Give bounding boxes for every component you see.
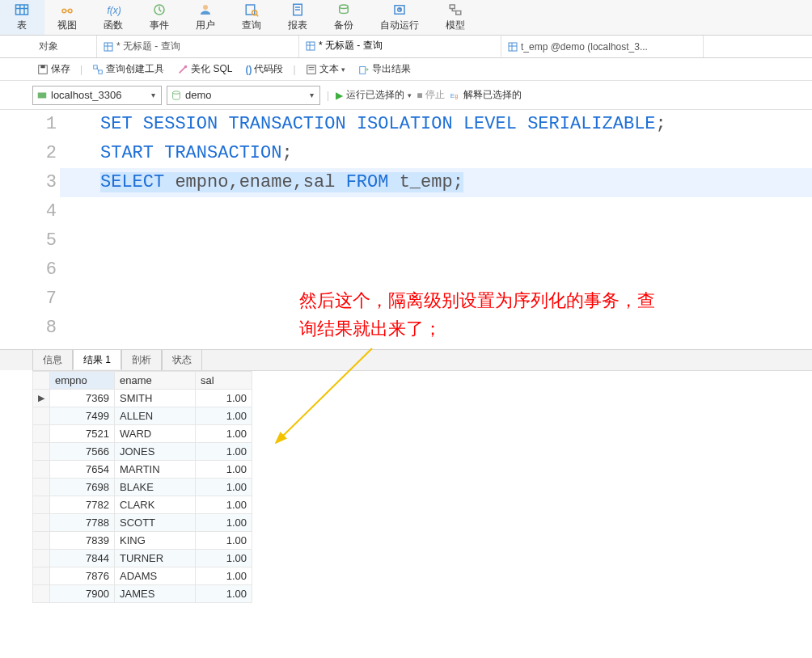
cell-empno[interactable]: 7654 [50, 461, 115, 479]
cell-sal[interactable]: 1.00 [196, 567, 252, 585]
cell-empno[interactable]: 7499 [50, 407, 115, 425]
code-line-5[interactable] [60, 226, 812, 255]
table-row[interactable]: 7698BLAKE1.00 [33, 479, 252, 496]
text-button[interactable]: 文本 ▾ [301, 61, 350, 78]
report-icon [289, 2, 307, 17]
header-row: empno ename sal [33, 372, 252, 390]
cell-sal[interactable]: 1.00 [196, 425, 252, 443]
query-builder-button[interactable]: 查询创建工具 [87, 61, 169, 78]
tab-object[interactable]: 对象 [32, 36, 97, 57]
code-line-1[interactable]: SET SESSION TRANSACTION ISOLATION LEVEL … [60, 110, 812, 139]
toolbar-autorun-button[interactable]: 自动运行 [367, 0, 433, 35]
cell-ename[interactable]: JAMES [115, 585, 196, 603]
table-row[interactable]: ▶7369SMITH1.00 [33, 390, 252, 407]
cell-empno[interactable]: 7698 [50, 479, 115, 496]
table-row[interactable]: 7654MARTIN1.00 [33, 461, 252, 479]
db-combo[interactable]: demo ▾ [167, 86, 320, 105]
toolbar-view-label: 视图 [57, 19, 77, 32]
cell-sal[interactable]: 1.00 [196, 479, 252, 496]
cell-ename[interactable]: SMITH [115, 390, 196, 407]
cell-empno[interactable]: 7839 [50, 532, 115, 550]
cell-sal[interactable]: 1.00 [196, 532, 252, 550]
toolbar-function-button[interactable]: f(x) 函数 [91, 0, 137, 35]
tab-status[interactable]: 状态 [162, 350, 202, 370]
toolbar-report-button[interactable]: 报表 [275, 0, 321, 35]
table-row[interactable]: 7499ALLEN1.00 [33, 407, 252, 425]
kw: TRANSACTION [228, 114, 345, 134]
cell-ename[interactable]: MARTIN [115, 461, 196, 479]
toolbar-view-button[interactable]: 视图 [44, 0, 91, 35]
tab-untitled-1[interactable]: * 无标题 - 查询 [97, 36, 299, 57]
code-line-3[interactable]: SELECT empno,ename,sal FROM t_emp; [60, 168, 812, 197]
table-row[interactable]: 7876ADAMS1.00 [33, 567, 252, 585]
tab-result-1[interactable]: 结果 1 [73, 349, 121, 369]
sql-editor[interactable]: 1 2 3 4 5 6 7 8 SET SESSION TRANSACTION … [0, 110, 812, 343]
svg-rect-19 [456, 11, 461, 15]
dropdown-arrow-icon: ▾ [341, 65, 345, 74]
col-empno-header[interactable]: empno [50, 372, 115, 390]
toolbar-query-button[interactable]: 查询 [229, 0, 275, 35]
cell-ename[interactable]: CLARK [115, 496, 196, 514]
cell-empno[interactable]: 7876 [50, 567, 115, 585]
play-icon: ▶ [336, 90, 343, 101]
tab-profile[interactable]: 剖析 [121, 350, 162, 370]
export-button[interactable]: 导出结果 [353, 61, 416, 78]
stop-icon: ■ [417, 90, 422, 101]
tab-temp[interactable]: t_emp @demo (localhost_3... [501, 36, 704, 57]
svg-rect-9 [246, 5, 255, 15]
cell-ename[interactable]: ALLEN [115, 407, 196, 425]
toolbar-backup-label: 备份 [334, 19, 353, 32]
snippet-button[interactable]: () 代码段 [240, 61, 288, 78]
col-sal-header[interactable]: sal [196, 372, 252, 390]
table-row[interactable]: 7839KING1.00 [33, 532, 252, 550]
cell-sal[interactable]: 1.00 [196, 407, 252, 425]
save-button[interactable]: 保存 [32, 61, 75, 78]
cell-ename[interactable]: BLAKE [115, 479, 196, 496]
toolbar-backup-button[interactable]: 备份 [321, 0, 367, 35]
cell-sal[interactable]: 1.00 [196, 461, 252, 479]
table-row[interactable]: 7782CLARK1.00 [33, 496, 252, 514]
toolbar-event-button[interactable]: 事件 [137, 0, 183, 35]
col-ename-header[interactable]: ename [115, 372, 196, 390]
cell-sal[interactable]: 1.00 [196, 585, 252, 603]
cell-empno[interactable]: 7782 [50, 496, 115, 514]
toolbar-model-button[interactable]: 模型 [433, 0, 479, 35]
beautify-button[interactable]: 美化 SQL [172, 61, 237, 78]
table-row[interactable]: 7566JONES1.00 [33, 443, 252, 461]
svg-rect-31 [94, 65, 97, 68]
cell-sal[interactable]: 1.00 [196, 443, 252, 461]
tab-untitled-2[interactable]: * 无标题 - 查询 [299, 36, 501, 57]
table-row[interactable]: 7788SCOTT1.00 [33, 514, 252, 532]
connection-bar: localhost_3306 ▾ demo ▾ | ▶ 运行已选择的 ▾ ■ 停… [0, 81, 812, 110]
table-row[interactable]: 7844TURNER1.00 [33, 550, 252, 567]
cell-ename[interactable]: SCOTT [115, 514, 196, 532]
cell-ename[interactable]: ADAMS [115, 567, 196, 585]
cell-empno[interactable]: 7844 [50, 550, 115, 567]
cell-sal[interactable]: 1.00 [196, 390, 252, 407]
cell-empno[interactable]: 7369 [50, 390, 115, 407]
cell-sal[interactable]: 1.00 [196, 514, 252, 532]
cell-ename[interactable]: TURNER [115, 550, 196, 567]
code-line-2[interactable]: START TRANSACTION; [60, 139, 812, 168]
table-row[interactable]: 7900JAMES1.00 [33, 585, 252, 603]
cell-empno[interactable]: 7900 [50, 585, 115, 603]
stop-button[interactable]: ■ 停止 [417, 88, 445, 102]
host-combo[interactable]: localhost_3306 ▾ [32, 86, 162, 105]
function-icon: f(x) [104, 2, 122, 17]
toolbar-user-button[interactable]: 用户 [183, 0, 229, 35]
cell-empno[interactable]: 7566 [50, 443, 115, 461]
run-selected-button[interactable]: ▶ 运行已选择的 ▾ [336, 88, 412, 102]
cell-sal[interactable]: 1.00 [196, 496, 252, 514]
cell-empno[interactable]: 7521 [50, 425, 115, 443]
cell-ename[interactable]: JONES [115, 443, 196, 461]
table-row[interactable]: 7521WARD1.00 [33, 425, 252, 443]
toolbar-table-button[interactable]: 表 [0, 0, 44, 35]
cell-empno[interactable]: 7788 [50, 514, 115, 532]
explain-button[interactable]: Eg 解释已选择的 [450, 88, 522, 102]
cell-sal[interactable]: 1.00 [196, 550, 252, 567]
code-line-6[interactable] [60, 255, 812, 285]
tab-info[interactable]: 信息 [32, 350, 73, 370]
cell-ename[interactable]: WARD [115, 425, 196, 443]
code-line-4[interactable] [60, 197, 812, 226]
cell-ename[interactable]: KING [115, 532, 196, 550]
